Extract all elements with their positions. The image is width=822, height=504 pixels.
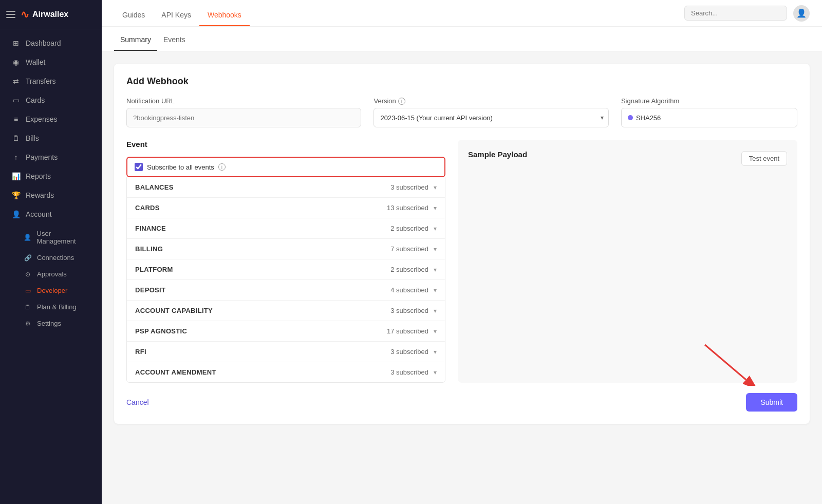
sidebar-item-settings[interactable]: ⚙ Settings	[3, 315, 99, 331]
event-row[interactable]: ACCOUNT AMENDMENT 3 subscribed ▾	[127, 362, 445, 382]
event-count: 3 subscribed	[390, 183, 428, 191]
connections-icon: 🔗	[24, 254, 32, 262]
event-row[interactable]: PSP AGNOSTIC 17 subscribed ▾	[127, 321, 445, 342]
hamburger-menu[interactable]	[6, 11, 15, 18]
signature-value-display: SHA256	[621, 108, 797, 127]
sidebar-item-plan-billing[interactable]: 🗒 Plan & Billing	[3, 299, 99, 315]
sidebar-item-connections[interactable]: 🔗 Connections	[3, 250, 99, 266]
event-name: ACCOUNT AMENDMENT	[135, 368, 216, 376]
sidebar-item-developer[interactable]: ▭ Developer	[3, 283, 99, 298]
sidebar-item-label: Dashboard	[26, 39, 61, 47]
sidebar-item-label: Bills	[26, 134, 39, 142]
notification-url-input[interactable]	[126, 108, 361, 127]
event-right: 13 subscribed ▾	[387, 204, 437, 212]
chevron-down-icon: ▾	[434, 204, 437, 212]
chevron-down-icon: ▾	[434, 348, 437, 356]
top-nav: Guides API Keys Webhooks 👤	[102, 0, 822, 27]
version-info-icon[interactable]: i	[398, 98, 405, 105]
event-right: 3 subscribed ▾	[390, 183, 437, 191]
event-name: DEPOSIT	[135, 286, 165, 294]
events-list: BALANCES 3 subscribed ▾ CARDS 13 subscri…	[126, 177, 445, 383]
sidebar-item-bills[interactable]: 🗒 Bills	[3, 129, 99, 147]
sidebar-item-label: Reports	[26, 172, 51, 180]
subscribe-all-row: Subscribe to all events i	[126, 157, 445, 177]
card-title: Add Webhook	[126, 76, 797, 87]
sidebar-item-rewards[interactable]: 🏆 Rewards	[3, 186, 99, 204]
event-count: 3 subscribed	[390, 348, 428, 356]
rewards-icon: 🏆	[11, 191, 21, 199]
version-select[interactable]: 2023-06-15 (Your current API version)	[373, 108, 608, 127]
dashboard-icon: ⊞	[11, 39, 21, 47]
event-right: 7 subscribed ▾	[390, 245, 437, 253]
card-area: Add Webhook Notification URL Version i	[102, 51, 822, 436]
sidebar-item-account[interactable]: 👤 Account	[3, 205, 99, 223]
top-nav-tabs: Guides API Keys Webhooks	[114, 0, 250, 26]
plan-billing-icon: 🗒	[24, 304, 32, 311]
event-row[interactable]: CARDS 13 subscribed ▾	[127, 198, 445, 218]
subtab-summary[interactable]: Summary	[114, 27, 157, 51]
cards-icon: ▭	[11, 96, 21, 104]
event-section-title: Event	[126, 140, 445, 148]
event-row[interactable]: RFI 3 subscribed ▾	[127, 342, 445, 362]
cancel-button[interactable]: Cancel	[126, 398, 149, 406]
event-count: 3 subscribed	[390, 368, 428, 376]
sidebar-item-transfers[interactable]: ⇄ Transfers	[3, 72, 99, 90]
sub-tabs: Summary Events	[102, 27, 822, 51]
sidebar-item-user-management[interactable]: 👤 User Management	[3, 226, 99, 249]
settings-icon: ⚙	[24, 320, 32, 327]
sidebar-item-expenses[interactable]: ≡ Expenses	[3, 110, 99, 128]
event-name: CARDS	[135, 204, 160, 212]
sidebar-item-payments[interactable]: ↑ Payments	[3, 148, 99, 166]
version-group: Version i 2023-06-15 (Your current API v…	[373, 97, 608, 127]
sidebar-item-cards[interactable]: ▭ Cards	[3, 91, 99, 109]
subscribe-all-label: Subscribe to all events	[147, 163, 214, 171]
main-content: Guides API Keys Webhooks 👤 Summary Event…	[102, 0, 822, 504]
sidebar-sub-label: Approvals	[37, 270, 67, 278]
logo-label: Airwallex	[32, 10, 68, 19]
event-row[interactable]: ACCOUNT CAPABILITY 3 subscribed ▾	[127, 301, 445, 321]
developer-icon: ▭	[24, 287, 32, 294]
version-select-wrapper: 2023-06-15 (Your current API version) ▾	[373, 108, 608, 127]
event-count: 2 subscribed	[390, 225, 428, 232]
chevron-down-icon: ▾	[434, 184, 437, 191]
signature-group: Signature Algorithm SHA256	[621, 97, 797, 127]
sidebar-item-reports[interactable]: 📊 Reports	[3, 167, 99, 185]
tab-guides[interactable]: Guides	[114, 0, 153, 26]
user-avatar[interactable]: 👤	[793, 5, 810, 22]
notification-url-label: Notification URL	[126, 97, 361, 105]
chevron-down-icon: ▾	[434, 369, 437, 376]
event-row[interactable]: FINANCE 2 subscribed ▾	[127, 218, 445, 239]
logo-area: ∿ Airwallex	[0, 0, 102, 29]
search-input[interactable]	[684, 6, 787, 21]
chevron-down-icon: ▾	[434, 225, 437, 232]
submit-button[interactable]: Submit	[746, 393, 797, 412]
sidebar-item-label: Expenses	[26, 115, 57, 123]
chevron-down-icon: ▾	[434, 266, 437, 273]
approvals-icon: ⊙	[24, 271, 32, 278]
subscribe-all-checkbox[interactable]	[135, 163, 143, 171]
sample-payload-title: Sample Payload	[468, 150, 527, 159]
subtab-events[interactable]: Events	[157, 27, 192, 51]
event-row[interactable]: PLATFORM 2 subscribed ▾	[127, 259, 445, 280]
sidebar-sub-label: Developer	[37, 287, 67, 294]
event-name: BALANCES	[135, 183, 174, 191]
subscribe-info-icon[interactable]: i	[218, 163, 226, 171]
event-right: 2 subscribed ▾	[390, 266, 437, 273]
sidebar-item-dashboard[interactable]: ⊞ Dashboard	[3, 34, 99, 52]
sidebar-item-label: Transfers	[26, 77, 56, 85]
tab-webhooks[interactable]: Webhooks	[199, 0, 250, 26]
sidebar-item-label: Payments	[26, 153, 58, 161]
event-row[interactable]: BALANCES 3 subscribed ▾	[127, 177, 445, 198]
payments-icon: ↑	[11, 153, 21, 161]
account-icon: 👤	[11, 210, 21, 218]
tab-api-keys[interactable]: API Keys	[153, 0, 199, 26]
event-row[interactable]: BILLING 7 subscribed ▾	[127, 239, 445, 259]
event-count: 17 subscribed	[387, 327, 428, 335]
event-row[interactable]: DEPOSIT 4 subscribed ▾	[127, 280, 445, 301]
wallet-icon: ◉	[11, 58, 21, 66]
sidebar-item-approvals[interactable]: ⊙ Approvals	[3, 266, 99, 282]
test-event-button[interactable]: Test event	[741, 151, 787, 166]
sidebar-item-wallet[interactable]: ◉ Wallet	[3, 53, 99, 71]
logo-icon: ∿	[21, 8, 29, 21]
user-management-icon: 👤	[24, 234, 32, 241]
